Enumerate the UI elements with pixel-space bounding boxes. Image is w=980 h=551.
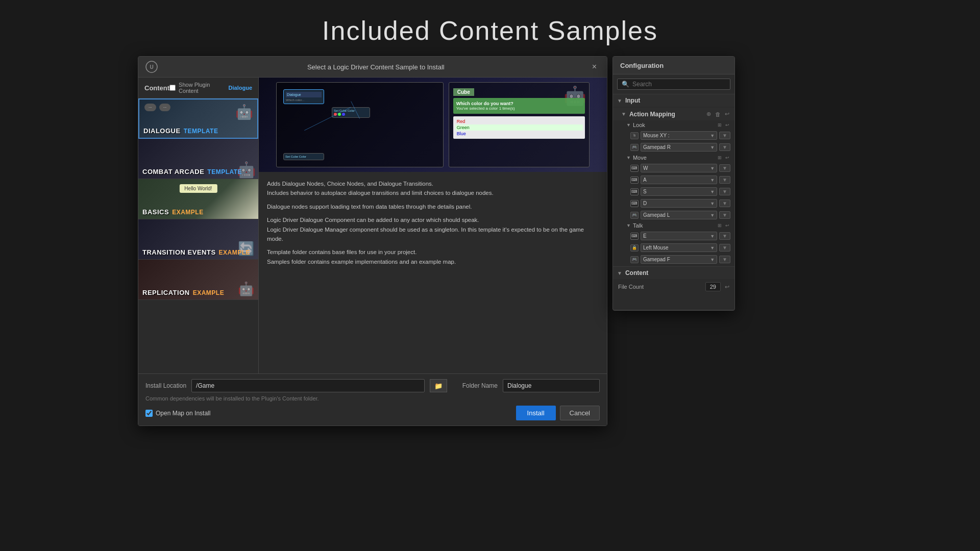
desc-line-1: Dialogue nodes support loading text from… — [267, 202, 599, 211]
item-badge-4: EXAMPLE — [193, 289, 225, 296]
e-expand-btn[interactable]: ▼ — [719, 232, 730, 240]
folder-name-input[interactable] — [503, 379, 600, 392]
input-arrow-icon: ▼ — [617, 98, 622, 104]
look-arrow-icon: ▼ — [626, 122, 631, 128]
item-title-4: REPLICATION — [142, 289, 190, 296]
move-group: ▼ Move ⊞ ↩ ⌨ W ▼ ▼ — [613, 153, 734, 221]
main-modal: U Select a Logic Driver Content Sample t… — [138, 56, 607, 426]
item-title-1: COMBAT ARCADE — [142, 168, 204, 176]
list-item[interactable]: 🤖 REPLICATION EXAMPLE — [138, 260, 258, 300]
talk-arrow-icon: ▼ — [626, 223, 631, 228]
folder-name-label: Folder Name — [462, 382, 498, 389]
move-expand-btn[interactable]: ⊞ — [717, 155, 723, 161]
item-badge-1: TEMPLATE — [207, 168, 242, 176]
move-label: Move — [633, 155, 717, 161]
open-map-checkbox[interactable] — [145, 410, 153, 417]
content-section-label: Content — [625, 269, 730, 277]
a-expand-btn[interactable]: ▼ — [719, 176, 730, 184]
content-section-header[interactable]: ▼ Content — [613, 267, 734, 279]
left-mouse-dropdown[interactable]: Left Mouse ▼ — [641, 243, 717, 252]
w-key-dropdown[interactable]: W ▼ — [641, 164, 717, 172]
config-search-area: 🔍 — [613, 74, 734, 94]
content-right-panel: Dialogue Which color... Set Cube Color — [259, 78, 607, 373]
config-header: Configuration — [613, 57, 734, 74]
choice-blue[interactable]: Blue — [455, 131, 583, 137]
preview-image-area: Dialogue Which color... Set Cube Color — [259, 78, 607, 172]
look-reset-btn[interactable]: ↩ — [724, 122, 730, 128]
item-badge-0: TEMPLATE — [184, 128, 218, 135]
svg-text:U: U — [150, 64, 153, 70]
action-row: 🔒 Left Mouse ▼ ▼ — [617, 242, 734, 254]
preview-node-graph: Dialogue Which color... Set Cube Color — [276, 82, 444, 167]
item-badge-2: EXAMPLE — [172, 209, 204, 216]
e-key-dropdown[interactable]: E ▼ — [641, 232, 717, 240]
d-expand-btn[interactable]: ▼ — [719, 199, 730, 207]
left-mouse-expand-btn[interactable]: ▼ — [719, 244, 730, 252]
look-header[interactable]: ▼ Look ⊞ ↩ — [617, 120, 734, 130]
action-row: ⌨ W ▼ ▼ — [617, 162, 734, 174]
action-mapping-arrow-icon: ▼ — [621, 111, 626, 117]
gamepad-r-dropdown[interactable]: Gamepad R ▼ — [641, 143, 717, 152]
action-mapping-header[interactable]: ▼ Action Mapping ⊕ 🗑 ↩ — [613, 108, 734, 120]
gamepad-r-expand-btn[interactable]: ▼ — [719, 143, 730, 151]
input-section-header[interactable]: ▼ Input — [613, 94, 734, 107]
choice-green[interactable]: Green — [455, 124, 583, 131]
mouse-xy-dropdown[interactable]: Mouse XY : ▼ — [641, 131, 717, 140]
list-item[interactable]: 🤖 COMBAT ARCADE TEMPLATE — [138, 139, 258, 179]
open-map-label: Open Map on Install — [156, 410, 210, 417]
content-arrow-icon: ▼ — [617, 270, 622, 276]
kbd-d-icon: ⌨ — [630, 200, 639, 207]
preview-question: Which color do you want? — [456, 101, 582, 106]
list-item[interactable]: ··· ··· 🤖 DIALOGUE TEMPLATE — [138, 98, 258, 139]
gamepad-icon: 🎮 — [630, 144, 639, 151]
talk-reset-btn[interactable]: ↩ — [724, 222, 730, 229]
s-expand-btn[interactable]: ▼ — [719, 188, 730, 195]
show-plugin-label: Show Plugin Content — [179, 82, 225, 94]
left-mouse-icon: 🔒 — [630, 244, 639, 252]
delete-action-button[interactable]: 🗑 — [714, 111, 722, 118]
browse-folder-button[interactable]: 📁 — [430, 379, 447, 392]
search-icon: 🔍 — [622, 81, 629, 88]
gamepad-l-expand-btn[interactable]: ▼ — [719, 211, 730, 219]
move-reset-btn[interactable]: ↩ — [724, 155, 730, 161]
list-item[interactable]: Hello World! BASICS EXAMPLE — [138, 179, 258, 219]
left-panel-header: Content Show Plugin Content Dialogue — [138, 78, 258, 98]
preview-selected: You've selected a color 1 time(s) — [456, 106, 582, 111]
dropdown-arrow-icon: ▼ — [710, 145, 715, 150]
d-key-dropdown[interactable]: D ▼ — [641, 199, 717, 208]
gamepad-f-dropdown[interactable]: Gamepad F ▼ — [641, 255, 717, 264]
modal-close-button[interactable]: × — [589, 61, 600, 72]
action-row: ⌨ D ▼ ▼ — [617, 197, 734, 209]
dropdown-arrow-icon: ▼ — [710, 133, 715, 138]
talk-header[interactable]: ▼ Talk ⊞ ↩ — [617, 221, 734, 230]
gamepad-l-icon: 🎮 — [630, 212, 639, 219]
install-location-label: Install Location — [145, 382, 186, 389]
dropdown-arrow-icon: ▼ — [710, 201, 715, 206]
show-plugin-checkbox[interactable] — [169, 85, 176, 91]
modal-footer: Install Location 📁 Folder Name Common de… — [138, 373, 607, 425]
config-search-input[interactable] — [632, 81, 726, 88]
file-count-reset-button[interactable]: ↩ — [725, 284, 729, 290]
dropdown-arrow-icon: ▼ — [710, 257, 715, 262]
choice-red[interactable]: Red — [455, 118, 583, 124]
move-header[interactable]: ▼ Move ⊞ ↩ — [617, 153, 734, 162]
kbd-s-icon: ⌨ — [630, 188, 639, 195]
dropdown-arrow-icon: ▼ — [710, 166, 715, 171]
gamepad-f-expand-btn[interactable]: ▼ — [719, 256, 730, 263]
add-action-button[interactable]: ⊕ — [705, 110, 712, 118]
description-panel: Adds Dialogue Nodes, Choice Nodes, and D… — [259, 172, 607, 373]
s-key-dropdown[interactable]: S ▼ — [641, 187, 717, 196]
look-expand-btn[interactable]: ⊞ — [717, 122, 723, 128]
mouse-xy-expand-btn[interactable]: ▼ — [719, 132, 730, 139]
install-location-input[interactable] — [191, 379, 425, 392]
cube-label: Cube — [453, 88, 474, 96]
w-expand-btn[interactable]: ▼ — [719, 164, 730, 172]
cancel-button[interactable]: Cancel — [560, 406, 600, 420]
gamepad-l-dropdown[interactable]: Gamepad L ▼ — [641, 211, 717, 219]
list-item[interactable]: 🔄 TRANSITION EVENTS EXAMPLE — [138, 219, 258, 260]
page-title: Included Content Samples — [0, 0, 980, 46]
install-button[interactable]: Install — [516, 406, 556, 420]
talk-expand-btn[interactable]: ⊞ — [717, 222, 723, 229]
a-key-dropdown[interactable]: A ▼ — [641, 176, 717, 184]
reset-action-button[interactable]: ↩ — [724, 110, 730, 118]
